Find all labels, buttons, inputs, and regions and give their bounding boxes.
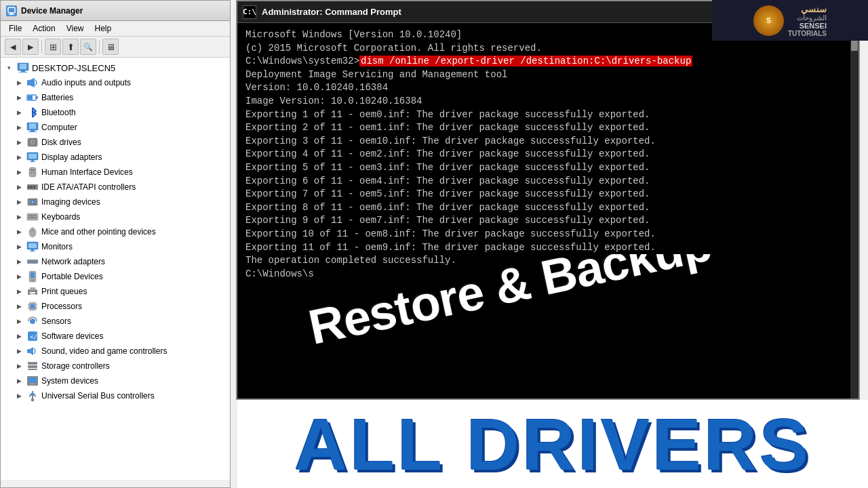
- device-expand-icon[interactable]: ▶: [17, 258, 26, 265]
- svg-point-25: [31, 172, 32, 174]
- device-expand-icon[interactable]: ▶: [17, 378, 26, 384]
- device-expand-icon[interactable]: ▶: [17, 303, 26, 310]
- toolbar-properties[interactable]: ⊞: [45, 39, 61, 55]
- cmd-line: (c) 2015 Microsoft Corporation. All righ…: [245, 42, 850, 56]
- svg-rect-47: [31, 249, 34, 251]
- device-item[interactable]: ▶Monitors: [6, 239, 230, 254]
- svg-rect-15: [28, 131, 37, 132]
- cmd-line: Exporting 9 of 11 - oem7.inf: The driver…: [245, 214, 850, 228]
- svg-rect-53: [35, 261, 36, 262]
- device-expand-icon[interactable]: ▶: [17, 214, 26, 220]
- svg-rect-30: [33, 186, 35, 188]
- svg-rect-11: [28, 96, 33, 100]
- computer-icon: [26, 121, 39, 134]
- device-expand-icon[interactable]: ▶: [17, 139, 26, 146]
- computer-root-node[interactable]: DESKTOP-JSLECN5: [1, 60, 230, 75]
- device-item[interactable]: ▶Bluetooth: [6, 105, 230, 120]
- svg-rect-37: [33, 215, 34, 216]
- device-item[interactable]: ▶Processors: [6, 299, 230, 314]
- device-expand-icon[interactable]: ▶: [17, 94, 26, 101]
- device-expand-icon[interactable]: ▶: [17, 228, 26, 235]
- sensei-text: سنسي الشروحات SENSEI TUTORIALS: [788, 4, 827, 37]
- device-expand-icon[interactable]: ▶: [17, 124, 26, 131]
- device-expand-icon[interactable]: ▶: [17, 109, 26, 116]
- root-expand-icon[interactable]: [3, 62, 14, 73]
- toolbar-back[interactable]: ◀: [5, 39, 21, 55]
- device-expand-icon[interactable]: ▶: [17, 243, 26, 250]
- device-item[interactable]: ▶IDE ATA/ATAPI controllers: [6, 180, 230, 195]
- svg-rect-20: [28, 154, 37, 159]
- device-item[interactable]: ▶Batteries: [6, 90, 230, 105]
- device-expand-icon[interactable]: ▶: [17, 273, 26, 280]
- toolbar-forward[interactable]: ▶: [22, 39, 39, 55]
- monitor-icon: [26, 241, 39, 253]
- cmd-scrollbar[interactable]: [850, 23, 859, 399]
- imaging-icon: [26, 196, 39, 208]
- svg-rect-62: [31, 304, 35, 308]
- device-expand-icon[interactable]: ▶: [17, 184, 26, 190]
- menu-help[interactable]: Help: [90, 22, 117, 35]
- toolbar-display[interactable]: 🖥: [102, 39, 119, 55]
- device-item[interactable]: ▶Display adapters: [6, 150, 230, 165]
- device-expand-icon[interactable]: ▶: [17, 392, 26, 399]
- toolbar-update[interactable]: ⬆: [62, 39, 79, 55]
- device-item[interactable]: ▶Audio inputs and outputs: [6, 75, 230, 90]
- cmd-line: Exporting 6 of 11 - oem4.inf: The driver…: [245, 175, 850, 188]
- toolbar-scan[interactable]: 🔍: [80, 39, 96, 55]
- device-expand-icon[interactable]: ▶: [17, 199, 26, 205]
- device-name-label: Monitors: [41, 242, 73, 251]
- device-item[interactable]: ▶Print queues: [6, 284, 230, 299]
- device-item[interactable]: ▶</>Software devices: [6, 329, 230, 344]
- device-item[interactable]: ▶Storage controllers: [6, 359, 230, 373]
- keyboard-icon: [26, 211, 39, 223]
- device-name-label: Mice and other pointing devices: [41, 227, 156, 237]
- device-item[interactable]: ▶Mice and other pointing devices: [6, 224, 230, 239]
- toolbar-sep1: [41, 40, 42, 54]
- cmd-line: Exporting 1 of 11 - oem0.inf: The driver…: [245, 108, 850, 122]
- device-expand-icon[interactable]: ▶: [17, 154, 26, 161]
- audio-icon: [26, 77, 39, 89]
- menu-file[interactable]: File: [3, 22, 27, 35]
- device-expand-icon[interactable]: ▶: [17, 348, 26, 354]
- device-item[interactable]: ▶Human Interface Devices: [6, 165, 230, 180]
- svg-rect-29: [31, 186, 33, 188]
- device-item[interactable]: ▶Imaging devices: [6, 195, 230, 209]
- svg-rect-10: [36, 96, 38, 99]
- device-item[interactable]: ▶Computer: [6, 120, 230, 135]
- device-expand-icon[interactable]: ▶: [17, 79, 26, 86]
- device-item[interactable]: ▶Network adapters: [6, 254, 230, 269]
- dm-icon: [6, 5, 17, 16]
- device-item[interactable]: ▶System devices: [6, 373, 230, 388]
- menu-view[interactable]: View: [61, 22, 90, 35]
- svg-rect-51: [31, 261, 32, 262]
- device-expand-icon[interactable]: ▶: [17, 363, 26, 369]
- svg-rect-28: [28, 186, 30, 188]
- svg-marker-8: [30, 78, 35, 87]
- svg-rect-2: [9, 14, 14, 15]
- svg-rect-48: [30, 251, 35, 251]
- svg-text:</>: </>: [30, 333, 39, 340]
- toolbar-sep2: [99, 40, 100, 54]
- disk-icon: [26, 136, 39, 148]
- menu-action[interactable]: Action: [27, 22, 60, 35]
- device-item[interactable]: ▶Sound, video and game controllers: [6, 344, 230, 359]
- sensei-arabic-sub: الشروحات: [797, 14, 827, 22]
- print-icon: [26, 285, 39, 298]
- device-expand-icon[interactable]: ▶: [17, 288, 26, 295]
- svg-point-90: [31, 399, 34, 401]
- cmd-line: Image Version: 10.0.10240.16384: [245, 95, 850, 108]
- device-expand-icon[interactable]: ▶: [17, 333, 26, 340]
- svg-rect-0: [8, 7, 15, 13]
- cmd-content: Microsoft Windows [Version 10.0.10240](c…: [237, 23, 859, 399]
- device-item[interactable]: ▶Portable Devices: [6, 269, 230, 284]
- device-expand-icon[interactable]: ▶: [17, 169, 26, 176]
- device-item[interactable]: ▶Universal Serial Bus controllers: [6, 388, 230, 403]
- svg-rect-41: [35, 217, 37, 218]
- svg-rect-40: [31, 217, 35, 218]
- device-item[interactable]: ▶Keyboards: [6, 209, 230, 224]
- device-item[interactable]: ▶Disk drives: [6, 135, 230, 150]
- device-name-label: System devices: [41, 376, 98, 386]
- cmd-line: Exporting 5 of 11 - oem3.inf: The driver…: [245, 161, 850, 175]
- device-item[interactable]: ▶Sensors: [6, 314, 230, 329]
- device-expand-icon[interactable]: ▶: [17, 318, 26, 325]
